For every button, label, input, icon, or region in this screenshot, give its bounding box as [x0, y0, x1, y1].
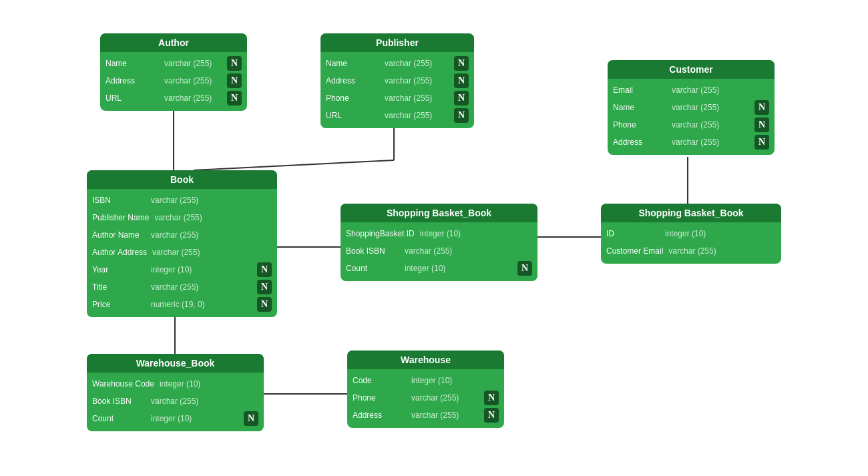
null-badge: N [257, 297, 272, 312]
table-row: Price numeric (19, 0) N [92, 296, 272, 313]
table-row: Address varchar (255) N [326, 72, 469, 89]
entity-author-title: Author [158, 37, 189, 48]
field-type: numeric (19, 0) [151, 300, 252, 309]
field-name: Phone [353, 393, 406, 403]
table-row: Publisher Name varchar (255) [92, 209, 272, 226]
entity-publisher-header: Publisher [320, 33, 474, 52]
entity-customer-header: Customer [608, 60, 775, 79]
field-type: varchar (255) [151, 397, 238, 406]
field-type: varchar (255) [385, 76, 449, 85]
table-row: Count integer (10) N [92, 410, 258, 427]
field-name: Email [613, 85, 666, 95]
entity-shopping-basket-book-right: Shopping Basket_Book ID integer (10) Cus… [601, 204, 781, 264]
field-name: Name [105, 59, 159, 68]
table-row: Name varchar (255) N [613, 99, 769, 116]
field-name: Title [92, 282, 146, 292]
null-badge: N [454, 91, 469, 105]
field-name: Phone [613, 120, 666, 130]
table-row: Address varchar (255) N [105, 72, 242, 89]
field-type: varchar (255) [411, 393, 479, 403]
table-row: Name varchar (255) N [326, 55, 469, 72]
table-row: URL varchar (255) N [105, 89, 242, 107]
spacer [754, 83, 769, 97]
field-type: integer (10) [405, 264, 512, 273]
table-row: ISBN varchar (255) [92, 192, 272, 209]
field-type: varchar (255) [151, 282, 252, 292]
field-type: integer (10) [420, 229, 512, 238]
null-badge: N [227, 91, 242, 105]
field-name: Name [326, 59, 379, 68]
field-name: Address [326, 76, 379, 85]
entity-shopping-basket-book-right-body: ID integer (10) Customer Email varchar (… [601, 222, 781, 264]
spacer [244, 394, 258, 409]
spacer [517, 244, 532, 258]
field-name: Address [105, 76, 159, 85]
spacer [517, 226, 532, 241]
null-badge: N [227, 73, 242, 88]
field-name: Author Name [92, 230, 146, 240]
null-badge: N [454, 108, 469, 123]
field-type: varchar (255) [152, 248, 252, 257]
table-row: Count integer (10) N [346, 260, 532, 277]
table-row: ShoppingBasket ID integer (10) [346, 225, 532, 242]
field-type: varchar (255) [405, 246, 512, 256]
entity-warehouse-title: Warehouse [401, 354, 451, 365]
entity-book-body: ISBN varchar (255) Publisher Name varcha… [87, 189, 277, 317]
entity-customer-body: Email varchar (255) Name varchar (255) N… [608, 79, 775, 155]
null-badge: N [754, 100, 769, 115]
entity-shopping-basket-book-right-header: Shopping Basket_Book [601, 204, 781, 222]
entity-customer-title: Customer [669, 64, 712, 75]
table-row: Address varchar (255) N [353, 407, 499, 424]
field-type: varchar (255) [385, 59, 449, 68]
entity-book: Book ISBN varchar (255) Publisher Name v… [87, 170, 277, 317]
table-row: Title varchar (255) N [92, 278, 272, 296]
null-badge: N [454, 73, 469, 88]
field-type: varchar (255) [411, 411, 479, 420]
field-type: varchar (255) [672, 103, 749, 112]
table-row: Book ISBN varchar (255) [92, 393, 258, 410]
field-type: integer (10) [160, 379, 238, 389]
field-type: varchar (255) [668, 246, 756, 256]
table-row: Email varchar (255) [613, 81, 769, 99]
entity-warehouse-header: Warehouse [347, 350, 504, 369]
field-name: Year [92, 265, 146, 274]
field-name: URL [326, 111, 379, 120]
table-row: Name varchar (255) N [105, 55, 242, 72]
spacer [484, 373, 499, 388]
field-name: Phone [326, 93, 379, 103]
field-type: varchar (255) [164, 76, 222, 85]
field-name: Book ISBN [346, 246, 399, 256]
entity-shopping-basket-book-mid-header: Shopping Basket_Book [341, 204, 537, 222]
field-type: varchar (255) [154, 213, 252, 222]
entity-book-header: Book [87, 170, 277, 189]
field-name: Price [92, 300, 146, 309]
spacer [244, 377, 258, 391]
field-name: ISBN [92, 196, 146, 205]
field-type: varchar (255) [151, 196, 252, 205]
field-type: integer (10) [411, 376, 479, 385]
null-badge: N [227, 56, 242, 71]
entity-shopping-basket-book-mid-title: Shopping Basket_Book [387, 208, 491, 218]
null-badge: N [754, 117, 769, 132]
field-type: varchar (255) [672, 120, 749, 130]
entity-author-header: Author [100, 33, 247, 52]
field-type: varchar (255) [164, 59, 222, 68]
entity-book-title: Book [170, 174, 194, 185]
field-name: Code [353, 376, 406, 385]
table-row: Author Name varchar (255) [92, 226, 272, 244]
null-badge: N [454, 56, 469, 71]
spacer [257, 210, 272, 225]
entity-warehouse-book: Warehouse_Book Warehouse Code integer (1… [87, 354, 264, 431]
table-row: Author Address varchar (255) [92, 244, 272, 261]
table-row: Book ISBN varchar (255) [346, 242, 532, 260]
field-type: integer (10) [151, 414, 238, 423]
field-type: varchar (255) [385, 93, 449, 103]
table-row: Phone varchar (255) N [613, 116, 769, 134]
field-name: Count [92, 414, 146, 423]
entity-warehouse-book-header: Warehouse_Book [87, 354, 264, 373]
entity-warehouse-book-body: Warehouse Code integer (10) Book ISBN va… [87, 373, 264, 431]
entity-warehouse-book-title: Warehouse_Book [136, 358, 215, 369]
table-row: Customer Email varchar (255) [606, 242, 776, 260]
table-row: URL varchar (255) N [326, 107, 469, 124]
field-type: integer (10) [665, 229, 756, 238]
